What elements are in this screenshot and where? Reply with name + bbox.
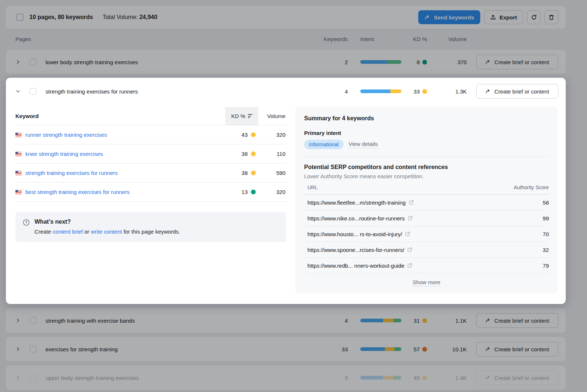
send-keywords-label: Send keywords [434,14,474,21]
page-title: strength training with exercise bands [45,318,135,324]
create-brief-button[interactable]: Create brief or content [476,55,558,69]
text-fragment: for this page keywords. [122,228,180,235]
keyword-row: best strength training exercises for run… [15,183,286,202]
chevron-right-icon[interactable] [15,59,21,65]
selection-toolbar: 10 pages, 80 keywords Total Volume: 24,9… [6,6,566,29]
kd-dot [422,60,427,65]
kd-value: 43 [241,132,248,138]
kd-value: 38 [241,151,248,157]
external-link-icon[interactable] [409,200,414,205]
authority-score: 99 [543,215,549,221]
intent-bar [360,60,401,64]
chevron-right-icon[interactable] [15,375,21,380]
keyword-row: strength training exercises for runners … [15,164,286,183]
us-flag-icon [15,171,22,175]
create-brief-label: Create brief or content [494,346,549,352]
row-checkbox[interactable] [30,374,36,381]
volume-value: 1.1K [430,318,467,324]
send-arrow-icon [485,89,491,94]
export-button[interactable]: Export [484,10,523,24]
intent-badge: Informational [304,140,343,149]
external-link-icon[interactable] [407,247,412,252]
page-row-runners[interactable]: strength training exercises for runners … [6,78,566,105]
send-arrow-icon [485,318,491,323]
competitor-url: https://www.fleetfee...m/strength-traini… [307,199,406,206]
keywords-count: 3 [318,375,348,381]
chevron-right-icon[interactable] [15,347,21,352]
kd-dot [422,318,427,323]
external-link-icon[interactable] [405,231,410,237]
page-title: exercises for strength training [45,346,118,352]
whats-next-title: What’s next? [34,219,180,225]
competitor-url: https://www.redb... nners-workout-guide [307,263,404,269]
kd-value: 45 [413,375,420,381]
kd-dot [422,347,427,352]
send-arrow-icon [485,375,491,380]
svg-text:?: ? [25,220,28,224]
create-brief-button[interactable]: Create brief or content [476,370,558,385]
text-fragment: Create [34,228,52,235]
create-brief-button[interactable]: Create brief or content [476,84,558,99]
summary-title: Summary for 4 keywords [304,115,549,122]
primary-intent-label: Primary intent [304,130,549,136]
url-column-header: URL [307,184,514,190]
row-checkbox[interactable] [30,59,36,65]
create-brief-button[interactable]: Create brief or content [476,342,558,356]
intent-bar [360,89,401,93]
page-title: lower body strength training exercises [45,59,138,65]
keyword-link[interactable]: knee strength training exercises [25,151,103,157]
keyword-link[interactable]: runner strength training exercises [25,132,107,138]
page-row-lower-body[interactable]: lower body strength training exercises 2… [6,50,566,74]
total-volume-label: Total Volume: [102,14,138,20]
show-more-link[interactable]: Show more [413,279,441,286]
send-keywords-button[interactable]: Send keywords [418,10,480,24]
page-row-exercises-for-strength[interactable]: exercises for strength training 33 57 10… [6,337,566,361]
keyword-link[interactable]: best strength training exercises for run… [25,189,130,195]
kd-sort-header[interactable]: KD % [225,107,258,125]
keyword-link[interactable]: strength training exercises for runners [25,170,118,176]
kd-dot [422,375,427,380]
page-row-upper-body[interactable]: upper body strength training exercises 3… [6,366,566,390]
kd-dot [251,190,256,194]
row-checkbox[interactable] [30,317,36,324]
chevron-down-icon[interactable] [15,89,21,94]
volume-value: 370 [430,59,467,65]
competitor-url: https://www.housto... rs-to-avoid-injury… [307,231,402,237]
intent-bar [360,376,401,380]
authority-score: 58 [543,199,549,206]
kd-column-header: KD % [231,113,245,119]
write-content-link[interactable]: write content [91,228,122,235]
column-pages: Pages [15,36,31,42]
row-checkbox[interactable] [30,346,36,352]
expanded-page-card: strength training exercises for runners … [6,78,566,304]
delete-button[interactable] [544,10,558,24]
refresh-button[interactable] [527,10,541,24]
create-brief-label: Create brief or content [494,318,549,324]
volume-value: 320 [258,132,286,138]
create-brief-button[interactable]: Create brief or content [476,313,558,328]
chevron-right-icon[interactable] [15,318,21,323]
column-kd: KD % [401,36,427,42]
kd-value: 57 [413,346,420,352]
total-volume: Total Volume: 24,940 [102,14,157,21]
external-link-icon[interactable] [408,216,413,221]
row-checkbox[interactable] [30,88,36,95]
content-brief-link[interactable]: content brief [52,228,83,235]
volume-value: 1.3K [430,88,467,95]
view-details-link[interactable]: View details [349,141,378,148]
trash-icon [548,14,554,21]
kd-dot [251,171,256,175]
send-arrow-icon [485,59,491,65]
sort-descending-icon [248,114,252,118]
whats-next-text: Create content brief or write content fo… [34,228,180,235]
select-all-checkbox[interactable] [16,14,23,21]
volume-value: 1.4K [430,375,467,381]
external-link-icon[interactable] [407,263,412,268]
serp-competitors-title: Potential SERP competitors and content r… [304,164,549,171]
page-row-exercise-bands[interactable]: strength training with exercise bands 4 … [6,308,566,333]
volume-value: 110 [258,151,286,157]
authority-score-column-header: Authority Score [514,184,549,190]
authority-score: 32 [543,247,549,253]
send-arrow-icon [485,347,491,352]
keywords-count: 2 [318,59,348,65]
